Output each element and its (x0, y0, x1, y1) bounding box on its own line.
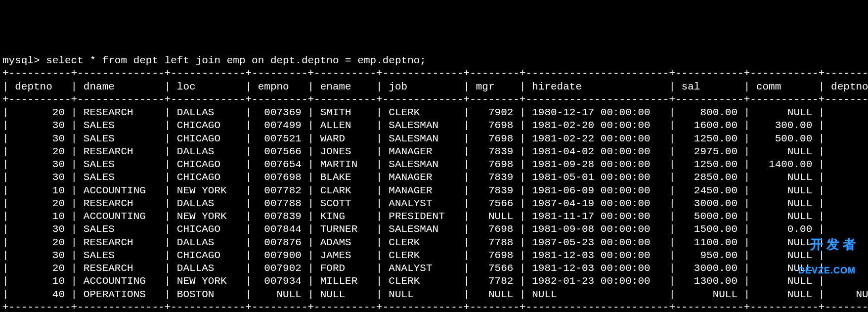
mysql-terminal-output: mysql> select * from dept left join emp … (2, 54, 866, 312)
table-row: | 10 | ACCOUNTING | NEW YORK | 007839 | … (2, 210, 866, 223)
table-row: | 40 | OPERATIONS | BOSTON | NULL | NULL… (2, 288, 866, 301)
watermark-logo: 开 发 者 DEVZE.COM (798, 223, 856, 290)
separator-line: +----------+--------------+------------+… (2, 67, 866, 80)
header-row: | deptno | dname | loc | empno | ename |… (2, 81, 866, 93)
watermark-top: 开 发 者 (810, 237, 856, 252)
table-row: | 20 | RESEARCH | DALLAS | 007566 | JONE… (2, 145, 866, 158)
query-line: mysql> select * from dept left join emp … (2, 54, 866, 67)
separator-line: +----------+--------------+------------+… (2, 301, 866, 312)
table-row: | 30 | SALES | CHICAGO | 007654 | MARTIN… (2, 158, 866, 171)
table-row: | 20 | RESEARCH | DALLAS | 007788 | SCOT… (2, 197, 866, 210)
table-row: | 20 | RESEARCH | DALLAS | 007902 | FORD… (2, 262, 866, 275)
table-row: | 30 | SALES | CHICAGO | 007499 | ALLEN … (2, 119, 866, 132)
table-row: | 30 | SALES | CHICAGO | 007844 | TURNER… (2, 223, 866, 236)
table-row: | 10 | ACCOUNTING | NEW YORK | 007782 | … (2, 184, 866, 197)
separator-line: +----------+--------------+------------+… (2, 93, 866, 106)
table-row: | 30 | SALES | CHICAGO | 007698 | BLAKE … (2, 171, 866, 184)
table-row: | 20 | RESEARCH | DALLAS | 007369 | SMIT… (2, 106, 866, 119)
table-row: | 10 | ACCOUNTING | NEW YORK | 007934 | … (2, 275, 866, 288)
table-row: | 30 | SALES | CHICAGO | 007900 | JAMES … (2, 249, 866, 262)
table-row: | 30 | SALES | CHICAGO | 007521 | WARD |… (2, 133, 866, 145)
watermark-bottom: DEVZE.COM (798, 266, 856, 276)
table-row: | 20 | RESEARCH | DALLAS | 007876 | ADAM… (2, 236, 866, 249)
